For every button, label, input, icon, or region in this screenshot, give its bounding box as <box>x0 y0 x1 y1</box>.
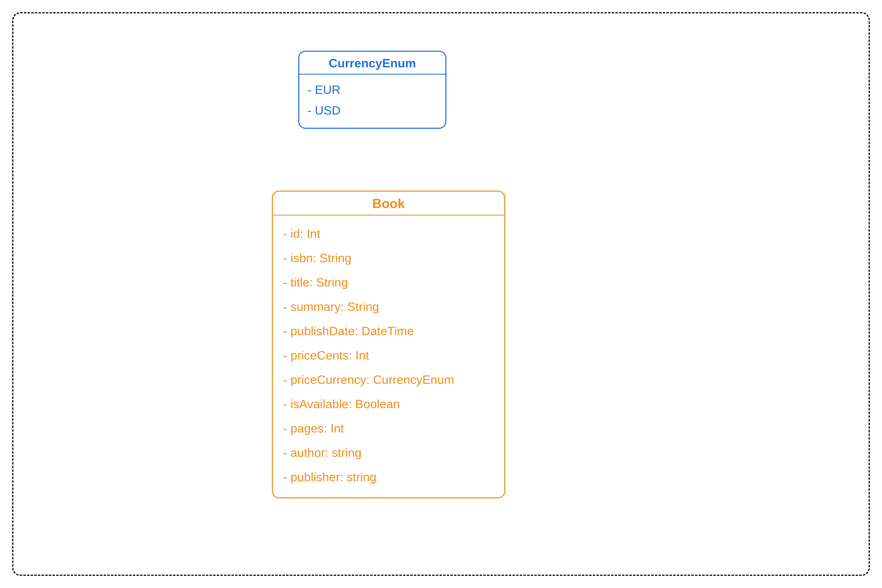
class-field: - isbn: String <box>283 246 494 270</box>
class-field: - author: string <box>283 441 494 465</box>
class-title: Book <box>273 192 504 216</box>
class-field: - publisher: string <box>283 465 494 489</box>
class-field: - summary: String <box>283 295 494 319</box>
enum-title: CurrencyEnum <box>299 52 445 75</box>
class-field: - id: Int <box>283 222 494 246</box>
diagram-canvas: CurrencyEnum - EUR - USD Book - id: Int … <box>0 0 882 588</box>
class-field: - priceCurrency: CurrencyEnum <box>283 368 494 392</box>
class-field: - pages: Int <box>283 416 494 441</box>
class-field: - title: String <box>283 270 494 295</box>
class-book: Book - id: Int - isbn: String - title: S… <box>272 190 505 498</box>
enum-value: - EUR <box>307 80 437 100</box>
class-field: - publishDate: DateTime <box>283 319 494 343</box>
enum-currency: CurrencyEnum - EUR - USD <box>298 51 446 129</box>
class-body: - id: Int - isbn: String - title: String… <box>273 216 504 497</box>
class-field: - isAvailable: Boolean <box>283 392 494 416</box>
class-field: - priceCents: Int <box>283 343 494 368</box>
enum-value: - USD <box>307 100 437 121</box>
enum-body: - EUR - USD <box>299 75 445 128</box>
